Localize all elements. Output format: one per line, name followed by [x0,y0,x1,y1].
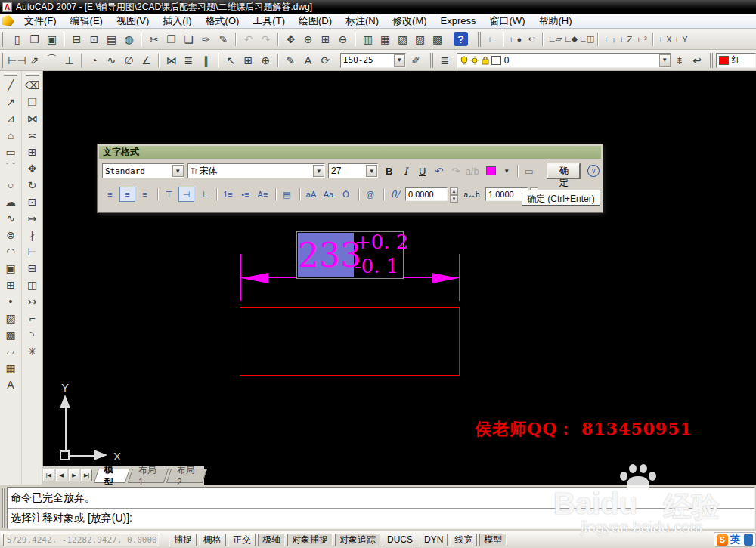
menu-dimension[interactable]: 标注(N) [339,13,386,29]
overline-button[interactable]: Ō [338,187,354,202]
model-toggle[interactable]: 模型 [479,534,507,546]
toolbar-grip[interactable] [709,53,713,68]
offset-icon[interactable]: ≍ [23,127,42,144]
grid-toggle[interactable]: 栅格 [199,534,226,546]
oblique-angle-input[interactable]: 0.0000 [405,187,448,201]
rotate-icon[interactable]: ↻ [23,177,42,194]
spline-icon[interactable]: ∿ [2,210,20,227]
text-color-button[interactable] [483,163,499,178]
ucs-rotate-z-icon[interactable]: ∟Z [689,31,689,48]
ruler-button[interactable]: ▭ [521,163,537,178]
revision-cloud-icon[interactable]: ☁ [2,194,20,210]
oblique-angle-spinner[interactable]: ▲▼ [450,187,458,201]
new-file-icon[interactable]: ▯ [8,31,26,48]
undo-icon[interactable]: ↶ [240,31,257,48]
toolbar-grip[interactable] [429,53,433,68]
insert-field-button[interactable]: ▤ [279,187,295,202]
multiline-text-icon[interactable]: A [2,376,20,393]
title-bar[interactable]: A AutoCAD 2007 - [E:\辅导用图\2CAD课后配套习题\二维课… [0,0,756,14]
ellipse-arc-icon[interactable]: ◠ [2,243,20,260]
dyn-toggle[interactable]: DYN [420,534,448,546]
menu-format[interactable]: 格式(O) [199,13,246,29]
aligned-dimension-icon[interactable]: ⇗ [26,52,43,69]
bullet-list-button[interactable]: •≡ [237,187,253,202]
align-top-button[interactable]: ⊤ [161,187,177,202]
ordinate-dimension-icon[interactable]: ⊥ [60,52,78,69]
italic-button[interactable]: I [398,163,414,178]
numbered-list-button[interactable]: 1≡ [220,187,236,202]
redo-button[interactable]: ↷ [448,163,463,178]
designcenter-icon[interactable]: ▦ [376,31,394,48]
insert-block-icon[interactable]: ▣ [2,260,20,277]
menu-window[interactable]: 窗口(W) [483,13,532,29]
fillet-icon[interactable]: ◝ [23,327,42,343]
arc-icon[interactable]: ⌒ [2,160,20,177]
text-height-combo[interactable]: 27 ▼ [328,163,378,178]
menu-edit[interactable]: 编辑(E) [64,13,110,29]
stretch-icon[interactable]: ↦ [23,210,42,227]
dimension-edit-icon[interactable]: ✎ [282,52,299,69]
menu-view[interactable]: 视图(V) [110,13,156,29]
linear-dimension-icon[interactable]: ⊢⊣ [8,52,26,69]
ucs-object-icon[interactable]: ∟▱ [547,31,562,48]
copy-object-icon[interactable]: ❐ [23,94,42,110]
dim-text-selected[interactable]: 233 [298,233,354,277]
menu-help[interactable]: 帮助(H) [531,13,578,29]
layer-on-bulb-icon[interactable] [460,56,469,65]
align-bottom-button[interactable]: ⊥ [196,187,212,202]
chevron-down-icon[interactable]: ▼ [172,165,184,177]
menu-draw[interactable]: 绘图(D) [292,13,339,29]
ucs-previous-icon[interactable]: ↩ [523,31,539,48]
layer-combo[interactable]: 0 ▼ [457,53,671,68]
toolbar-grip[interactable] [2,32,5,47]
make-object-layer-current-icon[interactable]: ⇟ [671,52,689,69]
ucs-3point-icon[interactable]: ∟³ [634,31,649,48]
justify-right-button[interactable]: ≡ [137,187,153,202]
match-properties-icon[interactable]: ✑ [197,31,215,48]
pan-icon[interactable]: ✥ [282,31,299,48]
center-mark-icon[interactable]: ⊕ [257,52,274,69]
point-icon[interactable]: • [2,293,20,310]
tab-next-button[interactable]: ▶ [69,469,80,481]
ucs-icon[interactable]: ∟ [484,31,500,48]
quickcalc-icon[interactable]: ▩ [429,31,446,48]
bold-button[interactable]: B [381,163,397,178]
layer-lock-icon[interactable] [481,56,490,65]
make-block-icon[interactable]: ⊞ [2,277,20,293]
menu-modify[interactable]: 修改(M) [386,13,434,29]
explode-icon[interactable]: ✳ [23,343,42,360]
letter-list-button[interactable]: A≡ [255,187,271,202]
toolbar-grip[interactable] [26,73,39,76]
open-file-icon[interactable]: ❒ [26,31,43,48]
menu-express[interactable]: Express [434,14,483,28]
text-style-combo[interactable]: Standard ▼ [102,163,184,178]
chamfer-icon[interactable]: ⌐ [23,310,42,327]
array-icon[interactable]: ⊞ [23,144,42,160]
arc-length-icon[interactable]: ⌒ [43,52,60,69]
otrack-toggle[interactable]: 对象追踪 [335,534,380,546]
diameter-dimension-icon[interactable]: ∅ [120,52,138,69]
rectangle-entity[interactable] [240,307,460,376]
help-icon[interactable]: ? [454,32,468,46]
chevron-down-icon[interactable]: ▼ [659,54,671,67]
zoom-window-icon[interactable]: ⊞ [317,31,334,48]
dimension-text-edit-icon[interactable]: A [299,52,317,69]
tab-prev-button[interactable]: ◀ [56,469,67,481]
chevron-down-icon[interactable]: ▼ [394,54,405,67]
align-middle-button[interactable]: ⊣ [178,187,194,202]
ime-language-label[interactable]: 英 [730,533,740,546]
trim-icon[interactable]: ∤ [23,227,42,243]
move-icon[interactable]: ✥ [23,160,42,177]
region-icon[interactable]: ▱ [2,343,20,360]
justify-center-button[interactable]: ≡ [119,187,135,202]
zoom-realtime-icon[interactable]: ⊕ [299,31,317,48]
chevron-down-icon[interactable]: ▼ [313,165,324,177]
polar-toggle[interactable]: 极轴 [258,534,285,546]
input-method-bar[interactable]: S 英 [714,532,756,547]
construction-line-icon[interactable]: ↗ [2,94,20,110]
ucs-origin-icon[interactable]: ∟↓ [602,31,618,48]
publish-icon[interactable]: ▤ [103,31,120,48]
save-icon[interactable]: ▣ [43,31,60,48]
redo-icon[interactable]: ↷ [257,31,274,48]
layer-color-swatch[interactable] [491,56,501,65]
